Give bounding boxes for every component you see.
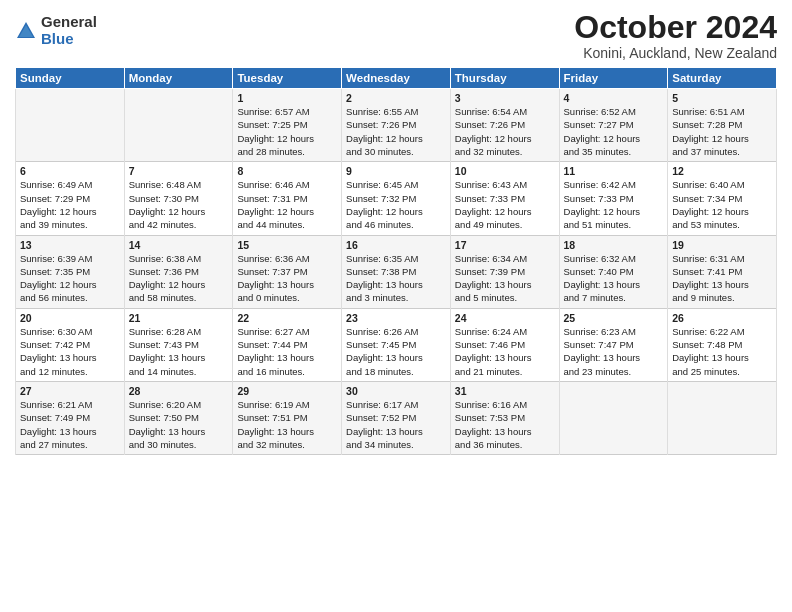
day-info: Sunrise: 6:24 AM Sunset: 7:46 PM Dayligh…: [455, 325, 555, 378]
col-header-thursday: Thursday: [450, 68, 559, 89]
col-header-saturday: Saturday: [668, 68, 777, 89]
day-number: 13: [20, 239, 120, 251]
day-number: 4: [564, 92, 664, 104]
day-number: 24: [455, 312, 555, 324]
day-number: 21: [129, 312, 229, 324]
calendar-cell: 1Sunrise: 6:57 AM Sunset: 7:25 PM Daylig…: [233, 89, 342, 162]
calendar-cell: 15Sunrise: 6:36 AM Sunset: 7:37 PM Dayli…: [233, 235, 342, 308]
calendar-cell: 6Sunrise: 6:49 AM Sunset: 7:29 PM Daylig…: [16, 162, 125, 235]
day-info: Sunrise: 6:42 AM Sunset: 7:33 PM Dayligh…: [564, 178, 664, 231]
day-number: 18: [564, 239, 664, 251]
logo-general: General: [41, 14, 97, 31]
calendar-cell: 21Sunrise: 6:28 AM Sunset: 7:43 PM Dayli…: [124, 308, 233, 381]
calendar-cell: [559, 381, 668, 454]
day-number: 23: [346, 312, 446, 324]
calendar-cell: 23Sunrise: 6:26 AM Sunset: 7:45 PM Dayli…: [342, 308, 451, 381]
day-number: 28: [129, 385, 229, 397]
day-info: Sunrise: 6:52 AM Sunset: 7:27 PM Dayligh…: [564, 105, 664, 158]
day-number: 30: [346, 385, 446, 397]
day-info: Sunrise: 6:49 AM Sunset: 7:29 PM Dayligh…: [20, 178, 120, 231]
calendar-cell: 27Sunrise: 6:21 AM Sunset: 7:49 PM Dayli…: [16, 381, 125, 454]
calendar-cell: [668, 381, 777, 454]
day-info: Sunrise: 6:31 AM Sunset: 7:41 PM Dayligh…: [672, 252, 772, 305]
calendar-cell: 4Sunrise: 6:52 AM Sunset: 7:27 PM Daylig…: [559, 89, 668, 162]
calendar-cell: 8Sunrise: 6:46 AM Sunset: 7:31 PM Daylig…: [233, 162, 342, 235]
col-header-friday: Friday: [559, 68, 668, 89]
calendar-cell: 31Sunrise: 6:16 AM Sunset: 7:53 PM Dayli…: [450, 381, 559, 454]
day-number: 29: [237, 385, 337, 397]
day-number: 16: [346, 239, 446, 251]
col-header-monday: Monday: [124, 68, 233, 89]
day-info: Sunrise: 6:51 AM Sunset: 7:28 PM Dayligh…: [672, 105, 772, 158]
calendar-cell: [124, 89, 233, 162]
day-info: Sunrise: 6:16 AM Sunset: 7:53 PM Dayligh…: [455, 398, 555, 451]
day-info: Sunrise: 6:40 AM Sunset: 7:34 PM Dayligh…: [672, 178, 772, 231]
col-header-wednesday: Wednesday: [342, 68, 451, 89]
header-row: SundayMondayTuesdayWednesdayThursdayFrid…: [16, 68, 777, 89]
day-number: 2: [346, 92, 446, 104]
day-number: 26: [672, 312, 772, 324]
calendar-cell: 9Sunrise: 6:45 AM Sunset: 7:32 PM Daylig…: [342, 162, 451, 235]
day-info: Sunrise: 6:32 AM Sunset: 7:40 PM Dayligh…: [564, 252, 664, 305]
page: General Blue October 2024 Konini, Auckla…: [0, 0, 792, 612]
day-number: 12: [672, 165, 772, 177]
day-number: 22: [237, 312, 337, 324]
day-info: Sunrise: 6:28 AM Sunset: 7:43 PM Dayligh…: [129, 325, 229, 378]
day-number: 1: [237, 92, 337, 104]
day-info: Sunrise: 6:45 AM Sunset: 7:32 PM Dayligh…: [346, 178, 446, 231]
calendar-cell: 25Sunrise: 6:23 AM Sunset: 7:47 PM Dayli…: [559, 308, 668, 381]
calendar-cell: 19Sunrise: 6:31 AM Sunset: 7:41 PM Dayli…: [668, 235, 777, 308]
day-info: Sunrise: 6:27 AM Sunset: 7:44 PM Dayligh…: [237, 325, 337, 378]
calendar-cell: 28Sunrise: 6:20 AM Sunset: 7:50 PM Dayli…: [124, 381, 233, 454]
day-number: 15: [237, 239, 337, 251]
day-info: Sunrise: 6:17 AM Sunset: 7:52 PM Dayligh…: [346, 398, 446, 451]
logo: General Blue: [15, 14, 97, 47]
day-info: Sunrise: 6:19 AM Sunset: 7:51 PM Dayligh…: [237, 398, 337, 451]
day-info: Sunrise: 6:23 AM Sunset: 7:47 PM Dayligh…: [564, 325, 664, 378]
calendar-cell: 14Sunrise: 6:38 AM Sunset: 7:36 PM Dayli…: [124, 235, 233, 308]
day-number: 17: [455, 239, 555, 251]
day-info: Sunrise: 6:48 AM Sunset: 7:30 PM Dayligh…: [129, 178, 229, 231]
day-number: 9: [346, 165, 446, 177]
header: General Blue October 2024 Konini, Auckla…: [15, 10, 777, 61]
logo-text: General Blue: [41, 14, 97, 47]
day-info: Sunrise: 6:30 AM Sunset: 7:42 PM Dayligh…: [20, 325, 120, 378]
day-number: 19: [672, 239, 772, 251]
day-number: 11: [564, 165, 664, 177]
week-row-1: 1Sunrise: 6:57 AM Sunset: 7:25 PM Daylig…: [16, 89, 777, 162]
col-header-tuesday: Tuesday: [233, 68, 342, 89]
calendar-cell: 24Sunrise: 6:24 AM Sunset: 7:46 PM Dayli…: [450, 308, 559, 381]
day-info: Sunrise: 6:46 AM Sunset: 7:31 PM Dayligh…: [237, 178, 337, 231]
day-info: Sunrise: 6:38 AM Sunset: 7:36 PM Dayligh…: [129, 252, 229, 305]
calendar-cell: 16Sunrise: 6:35 AM Sunset: 7:38 PM Dayli…: [342, 235, 451, 308]
week-row-5: 27Sunrise: 6:21 AM Sunset: 7:49 PM Dayli…: [16, 381, 777, 454]
calendar-cell: 22Sunrise: 6:27 AM Sunset: 7:44 PM Dayli…: [233, 308, 342, 381]
day-info: Sunrise: 6:55 AM Sunset: 7:26 PM Dayligh…: [346, 105, 446, 158]
month-title: October 2024: [574, 10, 777, 45]
week-row-4: 20Sunrise: 6:30 AM Sunset: 7:42 PM Dayli…: [16, 308, 777, 381]
day-info: Sunrise: 6:20 AM Sunset: 7:50 PM Dayligh…: [129, 398, 229, 451]
day-number: 5: [672, 92, 772, 104]
calendar-cell: 11Sunrise: 6:42 AM Sunset: 7:33 PM Dayli…: [559, 162, 668, 235]
day-number: 8: [237, 165, 337, 177]
calendar-cell: 10Sunrise: 6:43 AM Sunset: 7:33 PM Dayli…: [450, 162, 559, 235]
day-info: Sunrise: 6:43 AM Sunset: 7:33 PM Dayligh…: [455, 178, 555, 231]
day-info: Sunrise: 6:54 AM Sunset: 7:26 PM Dayligh…: [455, 105, 555, 158]
calendar-cell: 5Sunrise: 6:51 AM Sunset: 7:28 PM Daylig…: [668, 89, 777, 162]
calendar-cell: 26Sunrise: 6:22 AM Sunset: 7:48 PM Dayli…: [668, 308, 777, 381]
day-number: 20: [20, 312, 120, 324]
week-row-3: 13Sunrise: 6:39 AM Sunset: 7:35 PM Dayli…: [16, 235, 777, 308]
week-row-2: 6Sunrise: 6:49 AM Sunset: 7:29 PM Daylig…: [16, 162, 777, 235]
day-number: 14: [129, 239, 229, 251]
calendar-cell: 13Sunrise: 6:39 AM Sunset: 7:35 PM Dayli…: [16, 235, 125, 308]
calendar-cell: 29Sunrise: 6:19 AM Sunset: 7:51 PM Dayli…: [233, 381, 342, 454]
calendar-table: SundayMondayTuesdayWednesdayThursdayFrid…: [15, 67, 777, 455]
day-number: 10: [455, 165, 555, 177]
calendar-cell: [16, 89, 125, 162]
day-number: 3: [455, 92, 555, 104]
location: Konini, Auckland, New Zealand: [574, 45, 777, 61]
day-info: Sunrise: 6:26 AM Sunset: 7:45 PM Dayligh…: [346, 325, 446, 378]
calendar-cell: 2Sunrise: 6:55 AM Sunset: 7:26 PM Daylig…: [342, 89, 451, 162]
day-number: 6: [20, 165, 120, 177]
calendar-cell: 30Sunrise: 6:17 AM Sunset: 7:52 PM Dayli…: [342, 381, 451, 454]
